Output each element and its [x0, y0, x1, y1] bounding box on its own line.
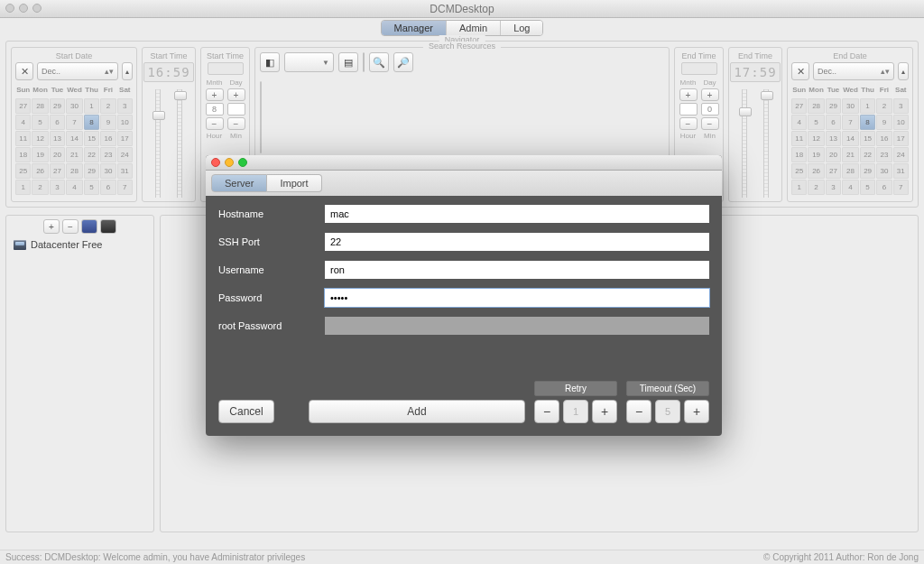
sshport-input[interactable]: [325, 233, 709, 251]
dialog-zoom-icon[interactable]: [238, 158, 247, 167]
dialog-tab-import[interactable]: Import: [267, 174, 321, 192]
end-date-clear-button[interactable]: ✕: [791, 62, 809, 80]
end-min-slider[interactable]: [761, 91, 773, 100]
add-button[interactable]: Add: [309, 400, 525, 423]
cal-day[interactable]: 13: [50, 131, 65, 146]
cal-day[interactable]: 24: [117, 147, 133, 162]
cal-day[interactable]: 18: [791, 147, 807, 162]
cal-day[interactable]: 5: [808, 115, 824, 130]
zoom-icon[interactable]: [32, 4, 42, 13]
cal-day[interactable]: 20: [826, 147, 841, 162]
cal-day[interactable]: 11: [791, 131, 807, 146]
end-date-year-stepper[interactable]: ▴: [898, 62, 909, 80]
end-day-up[interactable]: +: [701, 88, 719, 101]
cal-day[interactable]: 12: [808, 131, 824, 146]
tab-admin[interactable]: Admin: [447, 21, 501, 35]
search-go-icon[interactable]: 🔍: [369, 52, 389, 72]
cal-day[interactable]: 28: [842, 163, 859, 179]
cal-day[interactable]: 16: [100, 131, 116, 146]
end-mnth-up[interactable]: +: [679, 88, 698, 101]
cal-day[interactable]: 30: [842, 98, 859, 114]
cal-day[interactable]: 15: [84, 131, 99, 146]
start-mnth-down[interactable]: −: [206, 117, 224, 130]
cal-day[interactable]: 7: [66, 115, 83, 130]
cal-day[interactable]: 3: [893, 98, 909, 114]
start-hour-slider[interactable]: [152, 111, 165, 120]
cal-day[interactable]: 30: [100, 163, 116, 179]
cancel-button[interactable]: Cancel: [218, 400, 274, 423]
end-date-month-select[interactable]: Dec..▴▾: [813, 62, 894, 80]
end-mnth-down[interactable]: −: [679, 117, 698, 130]
cal-day[interactable]: 21: [66, 147, 83, 162]
cal-day[interactable]: 17: [893, 131, 909, 146]
end-hour-slider[interactable]: [739, 107, 752, 116]
cal-day[interactable]: 30: [876, 163, 892, 179]
cal-day[interactable]: 14: [842, 131, 859, 146]
cal-day[interactable]: 29: [84, 163, 99, 179]
cal-day[interactable]: 28: [66, 163, 83, 179]
cal-day[interactable]: 29: [826, 98, 841, 114]
retry-plus-button[interactable]: +: [592, 400, 617, 423]
cal-day[interactable]: 21: [842, 147, 859, 162]
cal-day[interactable]: 1: [860, 98, 875, 114]
cal-day[interactable]: 27: [50, 163, 65, 179]
cal-day[interactable]: 17: [117, 131, 133, 146]
cal-day[interactable]: 2: [876, 98, 892, 114]
cal-day[interactable]: 11: [15, 131, 31, 146]
username-input[interactable]: [325, 261, 709, 279]
search-input[interactable]: [363, 52, 365, 72]
cal-day[interactable]: 19: [808, 147, 824, 162]
cal-day[interactable]: 26: [32, 163, 48, 179]
cal-day[interactable]: 16: [876, 131, 892, 146]
search-type1-icon[interactable]: ◧: [260, 52, 280, 72]
cal-day[interactable]: 6: [826, 115, 841, 130]
cal-day[interactable]: 27: [826, 163, 841, 179]
cal-day[interactable]: 7: [117, 180, 133, 195]
dialog-tab-server[interactable]: Server: [211, 174, 267, 192]
dialog-minimize-icon[interactable]: [225, 158, 234, 167]
cal-day[interactable]: 6: [50, 115, 65, 130]
cal-day[interactable]: 4: [15, 115, 31, 130]
cal-day[interactable]: 9: [876, 115, 892, 130]
cal-day[interactable]: 20: [50, 147, 65, 162]
cal-day[interactable]: 28: [808, 98, 824, 114]
cal-day[interactable]: 18: [15, 147, 31, 162]
tree-view2-button[interactable]: [100, 219, 116, 234]
search-type-select[interactable]: ▼: [284, 52, 334, 72]
cal-day[interactable]: 22: [860, 147, 875, 162]
close-icon[interactable]: [5, 4, 14, 13]
cal-day[interactable]: 6: [876, 180, 892, 195]
cal-day[interactable]: 30: [66, 98, 83, 114]
start-min-slider[interactable]: [174, 91, 187, 100]
cal-day[interactable]: 15: [860, 131, 875, 146]
end-day-down[interactable]: −: [701, 117, 719, 130]
start-date-year-stepper[interactable]: ▴: [122, 62, 133, 80]
cal-day[interactable]: 25: [791, 163, 807, 179]
cal-day[interactable]: 14: [66, 131, 83, 146]
tree-add-button[interactable]: +: [43, 219, 60, 234]
cal-day[interactable]: 31: [893, 163, 909, 179]
cal-day[interactable]: 13: [826, 131, 841, 146]
cal-day[interactable]: 19: [32, 147, 48, 162]
start-day-up[interactable]: +: [227, 88, 245, 101]
cal-day[interactable]: 25: [15, 163, 31, 179]
cal-day[interactable]: 5: [860, 180, 875, 195]
cal-day[interactable]: 29: [50, 98, 65, 114]
start-date-clear-button[interactable]: ✕: [15, 62, 33, 80]
dialog-close-icon[interactable]: [211, 158, 220, 167]
cal-day[interactable]: 9: [100, 115, 116, 130]
cal-day[interactable]: 28: [32, 98, 48, 114]
cal-day[interactable]: 29: [860, 163, 875, 179]
cal-day[interactable]: 12: [32, 131, 48, 146]
cal-day[interactable]: 2: [32, 180, 48, 195]
password-input[interactable]: [325, 289, 709, 307]
search-type2-icon[interactable]: ▤: [338, 52, 358, 72]
start-mnth-up[interactable]: +: [206, 88, 224, 101]
cal-day[interactable]: 1: [791, 180, 807, 195]
cal-day[interactable]: 7: [893, 180, 909, 195]
cal-day[interactable]: 10: [117, 115, 133, 130]
cal-day[interactable]: 10: [893, 115, 909, 130]
cal-day[interactable]: 22: [84, 147, 99, 162]
cal-day[interactable]: 8: [860, 115, 875, 130]
tree-node-datacenter[interactable]: Datacenter Free: [10, 237, 150, 252]
